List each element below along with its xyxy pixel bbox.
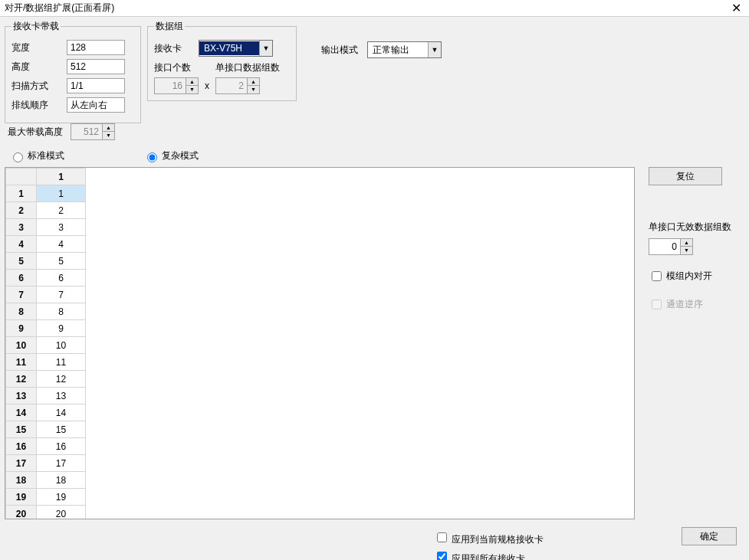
grid-row-header[interactable]: 10 xyxy=(6,337,37,354)
width-input[interactable] xyxy=(67,40,125,55)
table-row[interactable]: 44 xyxy=(6,236,86,253)
grid-row-header[interactable]: 14 xyxy=(6,404,37,421)
grid-row-header[interactable]: 6 xyxy=(6,270,37,287)
grid-cell[interactable]: 9 xyxy=(37,320,86,337)
table-row[interactable]: 11 xyxy=(6,185,86,202)
maxh-spinner: ▲▼ xyxy=(71,123,115,140)
mode-complex-radio[interactable]: 复杂模式 xyxy=(143,150,199,161)
module-open-checkbox[interactable]: 模组内对开 xyxy=(649,269,740,283)
height-input[interactable] xyxy=(67,59,125,74)
outmode-combo[interactable]: 正常输出 ▼ xyxy=(367,41,442,58)
datagroup-fieldset: 数据组 接收卡 BX-V75H ▼ 接口个数 ▲▼ x 单接口 xyxy=(147,20,297,101)
grid-cell[interactable]: 12 xyxy=(37,371,86,388)
reset-button[interactable]: 复位 xyxy=(649,167,722,185)
order-input[interactable] xyxy=(67,97,125,113)
table-row[interactable]: 88 xyxy=(6,303,86,320)
grid-row-header[interactable]: 3 xyxy=(6,219,37,236)
outmode-value: 正常输出 xyxy=(368,43,428,57)
table-row[interactable]: 2020 xyxy=(6,506,86,519)
grid-row-header[interactable]: 17 xyxy=(6,455,37,472)
grid-cell[interactable]: 8 xyxy=(37,303,86,320)
grid-row-header[interactable]: 12 xyxy=(6,371,37,388)
grid-row-header[interactable]: 15 xyxy=(6,421,37,438)
table-row[interactable]: 1717 xyxy=(6,455,86,472)
up-icon: ▲ xyxy=(103,124,114,132)
x-separator: x xyxy=(205,80,209,91)
down-icon: ▼ xyxy=(248,86,259,93)
table-row[interactable]: 1010 xyxy=(6,337,86,354)
table-row[interactable]: 77 xyxy=(6,287,86,303)
mode-row: 标准模式 复杂模式 xyxy=(0,143,749,167)
apply-current-checkbox[interactable]: 应用到当前规格接收卡 xyxy=(434,530,544,546)
grid-cell[interactable]: 15 xyxy=(37,421,86,438)
grid-cell[interactable]: 1 xyxy=(37,185,86,202)
invalid-value[interactable] xyxy=(649,241,680,252)
close-icon[interactable]: ✕ xyxy=(728,1,744,15)
grid-cell[interactable]: 14 xyxy=(37,404,86,421)
grid-cell[interactable]: 6 xyxy=(37,270,86,287)
order-label: 排线顺序 xyxy=(11,99,67,112)
recv-legend: 接收卡带载 xyxy=(11,20,61,33)
grid[interactable]: 1 11223344556677889910101111121213131414… xyxy=(5,167,635,519)
grid-row-header[interactable]: 16 xyxy=(6,438,37,455)
grid-cell[interactable]: 13 xyxy=(37,388,86,404)
table-row[interactable]: 66 xyxy=(6,270,86,287)
down-icon: ▼ xyxy=(186,86,198,93)
grid-row-header[interactable]: 20 xyxy=(6,506,37,519)
table-row[interactable]: 1111 xyxy=(6,354,86,371)
ok-button[interactable]: 确定 xyxy=(682,527,737,545)
window-title: 对开/数据组扩展(正面看屏) xyxy=(5,2,114,15)
table-row[interactable]: 1919 xyxy=(6,489,86,506)
recvcard-value: BX-V75H xyxy=(199,41,259,55)
table-row[interactable]: 22 xyxy=(6,202,86,219)
grid-cell[interactable]: 5 xyxy=(37,253,86,270)
scan-input[interactable] xyxy=(67,78,125,93)
grid-row-header[interactable]: 1 xyxy=(6,185,37,202)
table-row[interactable]: 1414 xyxy=(6,404,86,421)
table-row[interactable]: 1212 xyxy=(6,371,86,388)
grid-row-header[interactable]: 13 xyxy=(6,388,37,404)
grid-cell[interactable]: 16 xyxy=(37,438,86,455)
grid-cell[interactable]: 20 xyxy=(37,506,86,519)
grid-row-header[interactable]: 7 xyxy=(6,287,37,303)
down-icon[interactable]: ▼ xyxy=(681,247,692,254)
grid-cell[interactable]: 3 xyxy=(37,219,86,236)
grid-cell[interactable]: 17 xyxy=(37,455,86,472)
invalid-spinner[interactable]: ▲▼ xyxy=(649,238,693,255)
table-row[interactable]: 1515 xyxy=(6,421,86,438)
grid-row-header[interactable]: 8 xyxy=(6,303,37,320)
grid-row-header[interactable]: 5 xyxy=(6,253,37,270)
grid-cell[interactable]: 18 xyxy=(37,472,86,489)
table-row[interactable]: 55 xyxy=(6,253,86,270)
chevron-down-icon[interactable]: ▼ xyxy=(428,42,441,57)
up-icon: ▲ xyxy=(248,78,259,86)
grid-row-header[interactable]: 4 xyxy=(6,236,37,253)
ports-value xyxy=(155,80,186,91)
up-icon[interactable]: ▲ xyxy=(681,239,692,247)
apply-all-checkbox[interactable]: 应用到所有接收卡 xyxy=(434,549,544,560)
grid-cell[interactable]: 19 xyxy=(37,489,86,506)
mode-std-radio[interactable]: 标准模式 xyxy=(9,150,64,161)
grid-cell[interactable]: 2 xyxy=(37,202,86,219)
grid-row-header[interactable]: 18 xyxy=(6,472,37,489)
grid-cell[interactable]: 10 xyxy=(37,337,86,354)
table-row[interactable]: 1313 xyxy=(6,388,86,404)
grid-cell[interactable]: 7 xyxy=(37,287,86,303)
grid-corner xyxy=(6,169,37,185)
table-row[interactable]: 1818 xyxy=(6,472,86,489)
grid-row-header[interactable]: 2 xyxy=(6,202,37,219)
grid-row-header[interactable]: 19 xyxy=(6,489,37,506)
table-row[interactable]: 1616 xyxy=(6,438,86,455)
recvcard-label: 接收卡 xyxy=(154,42,199,55)
grid-row-header[interactable]: 9 xyxy=(6,320,37,337)
per-value xyxy=(216,80,247,91)
recvcard-combo[interactable]: BX-V75H ▼ xyxy=(199,40,273,57)
grid-col-header[interactable]: 1 xyxy=(37,169,86,185)
table-row[interactable]: 33 xyxy=(6,219,86,236)
table-row[interactable]: 99 xyxy=(6,320,86,337)
per-label: 单接口数据组数 xyxy=(215,61,280,74)
chevron-down-icon[interactable]: ▼ xyxy=(259,41,272,56)
grid-cell[interactable]: 11 xyxy=(37,354,86,371)
grid-row-header[interactable]: 11 xyxy=(6,354,37,371)
grid-cell[interactable]: 4 xyxy=(37,236,86,253)
